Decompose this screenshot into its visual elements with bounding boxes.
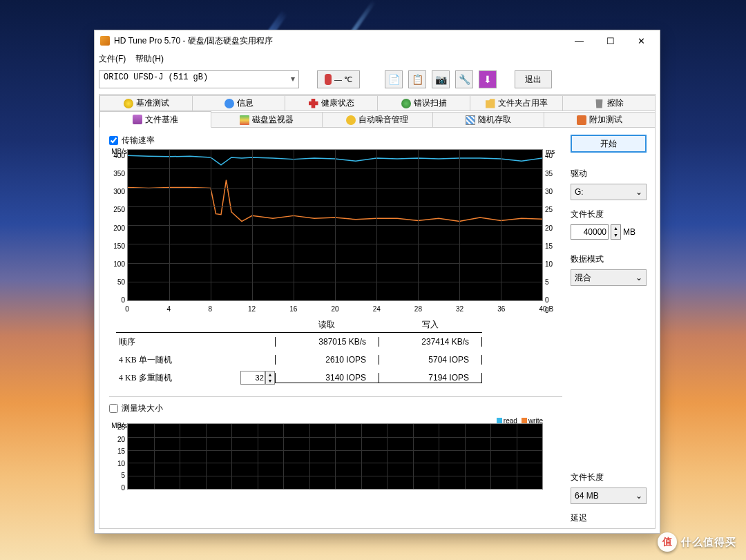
tab-磁盘监视器[interactable]: 磁盘监视器 <box>211 112 323 128</box>
drive-selector[interactable]: ORICO UFSD-J (511 gB) <box>99 70 299 88</box>
exit-button[interactable]: 退出 <box>515 70 552 88</box>
data-mode-combo[interactable]: 混合⌄ <box>571 269 647 286</box>
result-row: 4 KB 多重随机32▲▼3140 IOPS7194 IOPS <box>116 369 537 387</box>
block-chart: MB/s0510152025 <box>109 423 562 490</box>
titlebar: HD Tune Pro 5.70 - 硬盘/固态硬盘实用程序 — ☐ ✕ <box>95 30 660 51</box>
result-row: 4 KB 单一随机2610 IOPS5704 IOPS <box>116 351 537 369</box>
tab-擦除[interactable]: 擦除 <box>562 95 656 111</box>
temperature-display: — ℃ <box>317 70 360 88</box>
col-write: 写入 <box>379 318 482 333</box>
tab-自动噪音管理[interactable]: 自动噪音管理 <box>322 112 434 128</box>
tab-row-1: 基准测试信息健康状态错误扫描文件夹占用率擦除 <box>99 95 655 111</box>
app-icon <box>100 36 110 46</box>
side-panel: 开始 驱动 G:⌄ 文件长度 ▲▼ MB 数据模式 混合⌄ 文件长度 64 MB… <box>571 135 647 524</box>
ico-random-icon <box>466 115 475 125</box>
results-table: 读取 写入 顺序387015 KB/s237414 KB/s4 KB 单一随机2… <box>116 318 537 387</box>
queue-depth-stepper[interactable]: ▲▼ <box>265 371 275 385</box>
watermark-badge: 值 <box>658 532 677 552</box>
app-window: HD Tune Pro 5.70 - 硬盘/固态硬盘实用程序 — ☐ ✕ 文件(… <box>94 30 660 534</box>
ico-scan-icon <box>401 99 411 108</box>
block-size-checkbox-row[interactable]: 测量块大小 <box>109 403 562 414</box>
menu-file[interactable]: 文件(F) <box>99 53 126 65</box>
result-row: 顺序387015 KB/s237414 KB/s <box>116 333 537 351</box>
drive-combo[interactable]: G:⌄ <box>571 184 647 200</box>
copy-info-button[interactable]: 📄 <box>385 70 403 88</box>
file-length2-combo[interactable]: 64 MB⌄ <box>571 487 647 504</box>
menubar: 文件(F) 帮助(H) <box>95 51 660 66</box>
chevron-down-icon: ⌄ <box>635 491 642 501</box>
copy-screenshot-button[interactable]: 📋 <box>408 70 426 88</box>
transfer-rate-label: 传输速率 <box>122 135 155 146</box>
save-button[interactable]: ⬇ <box>479 70 497 88</box>
tab-错误扫描[interactable]: 错误扫描 <box>377 95 470 111</box>
ico-health-icon <box>309 99 318 108</box>
file-length-stepper[interactable]: ▲▼ <box>611 224 621 240</box>
maximize-button[interactable]: ☐ <box>595 31 626 50</box>
start-button[interactable]: 开始 <box>571 135 647 153</box>
x-axis: 0481216202428323640gB <box>109 305 562 315</box>
transfer-rate-checkbox[interactable] <box>109 136 118 145</box>
tab-文件夹占用率[interactable]: 文件夹占用率 <box>470 95 563 111</box>
queue-depth-input[interactable]: 32 <box>240 371 265 385</box>
ico-folder-icon <box>486 99 495 108</box>
drive-label: 驱动 <box>571 168 647 180</box>
close-button[interactable]: ✕ <box>626 31 657 50</box>
tabs-container: 基准测试信息健康状态错误扫描文件夹占用率擦除 文件基准磁盘监视器自动噪音管理随机… <box>99 94 656 529</box>
options-button[interactable]: 🔧 <box>455 70 473 88</box>
watermark: 值 什么值得买 <box>658 532 736 552</box>
transfer-rate-checkbox-row[interactable]: 传输速率 <box>109 135 562 146</box>
tab-信息[interactable]: 信息 <box>192 95 285 111</box>
ico-trash-icon <box>595 99 604 108</box>
ico-extra-icon <box>577 115 586 125</box>
data-mode-label: 数据模式 <box>571 253 647 265</box>
tab-基准测试[interactable]: 基准测试 <box>99 95 193 111</box>
block-size-checkbox[interactable] <box>109 404 118 413</box>
ico-bulb-icon <box>124 99 133 108</box>
ico-file-icon <box>133 115 142 124</box>
block-size-label: 测量块大小 <box>122 403 163 414</box>
thermometer-icon <box>325 74 332 85</box>
file-length-input[interactable] <box>571 224 609 240</box>
ico-sound-icon <box>346 115 356 125</box>
transfer-chart: MB/s050100150200250300350400 ms051015202… <box>109 149 562 301</box>
tab-row-2: 文件基准磁盘监视器自动噪音管理随机存取附加测试 <box>99 111 655 128</box>
watermark-text: 什么值得买 <box>681 536 736 549</box>
screenshot-button[interactable]: 📷 <box>432 70 450 88</box>
tab-content-file-benchmark: 传输速率 MB/s050100150200250300350400 ms0510… <box>99 128 655 528</box>
menu-help[interactable]: 帮助(H) <box>135 53 164 65</box>
chevron-down-icon: ⌄ <box>635 273 642 282</box>
minimize-button[interactable]: — <box>564 31 595 50</box>
temperature-value: — ℃ <box>334 75 352 84</box>
tab-文件基准[interactable]: 文件基准 <box>99 111 211 128</box>
file-length2-label: 文件长度 <box>571 472 647 483</box>
file-length-unit: MB <box>623 227 635 237</box>
tab-随机存取[interactable]: 随机存取 <box>432 112 544 128</box>
tab-附加测试[interactable]: 附加测试 <box>544 112 656 128</box>
toolbar: ORICO UFSD-J (511 gB) — ℃ 📄 📋 📷 🔧 ⬇ 退出 <box>99 68 656 91</box>
ico-monitor-icon <box>240 115 249 125</box>
col-read: 读取 <box>275 318 379 333</box>
file-length-label: 文件长度 <box>571 209 647 220</box>
delay-label: 延迟 <box>571 512 647 524</box>
tab-健康状态[interactable]: 健康状态 <box>285 95 378 111</box>
chevron-down-icon: ⌄ <box>635 187 642 197</box>
ico-info-icon <box>224 99 234 108</box>
window-title: HD Tune Pro 5.70 - 硬盘/固态硬盘实用程序 <box>114 35 564 47</box>
